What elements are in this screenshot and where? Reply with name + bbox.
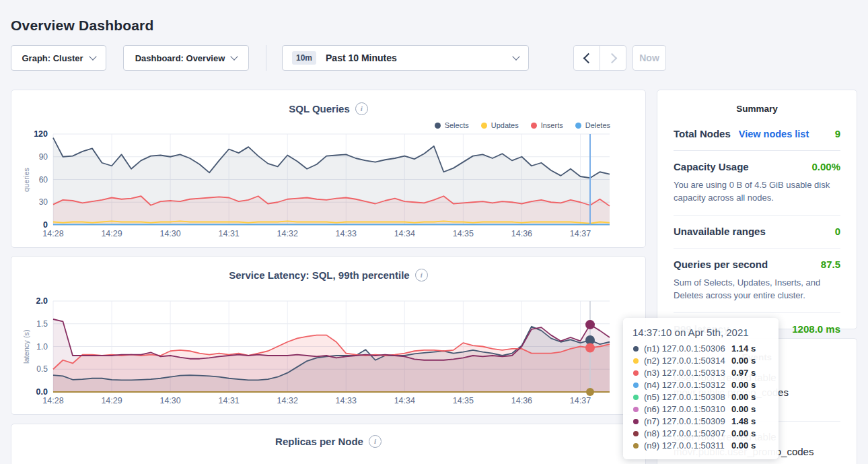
replicas-per-node-title: Replicas per Node i: [11, 435, 645, 448]
tooltip-node-row: (n5) 127.0.0.1:50308 0.00 s: [632, 391, 769, 403]
node-address: (n2) 127.0.0.1:50314: [644, 355, 725, 367]
chevron-down-icon: [89, 53, 96, 60]
node-color-dot: [633, 431, 639, 436]
node-color-dot: [633, 358, 639, 364]
x-tick-label: 14:32: [267, 396, 308, 405]
node-address: (n6) 127.0.0.1:50310: [644, 403, 725, 416]
node-color-dot: [633, 407, 639, 412]
node-latency-value: 1.48 s: [731, 416, 756, 428]
summary-label: Capacity Usage: [674, 161, 749, 172]
x-tick-label: 14:30: [150, 396, 190, 405]
summary-row-qps: Queries per second 87.5 Sum of Selects, …: [674, 248, 840, 313]
node-latency-value: 0.00 s: [731, 379, 756, 391]
chart-svg: [53, 134, 610, 225]
hover-marker: [585, 320, 595, 329]
chevron-down-icon: [231, 53, 238, 60]
summary-row-capacity: Capacity Usage 0.00% You are using 0 B o…: [674, 151, 840, 216]
info-icon[interactable]: i: [355, 102, 368, 115]
now-button[interactable]: Now: [632, 45, 666, 71]
time-range-label: Past 10 Minutes: [326, 53, 397, 63]
graph-dropdown[interactable]: Graph: Cluster: [11, 45, 106, 71]
node-color-dot: [633, 346, 639, 352]
node-address: (n5) 127.0.0.1:50308: [644, 391, 725, 403]
page-title: Overview Dashboard: [11, 18, 154, 34]
tooltip-node-row: (n4) 127.0.0.1:50312 0.00 s: [632, 379, 769, 391]
legend-item-inserts[interactable]: Inserts: [531, 121, 563, 129]
summary-description: You are using 0 B of 4.5 GiB usable disk…: [674, 178, 840, 204]
toolbar-divider: [266, 45, 266, 71]
x-tick-label: 14:36: [501, 229, 542, 238]
y-tick-label: 30: [20, 197, 48, 207]
legend-label: Selects: [445, 121, 469, 129]
node-latency-value: 0.00 s: [731, 440, 756, 452]
legend-dot: [531, 123, 537, 129]
node-latency-value: 0.00 s: [731, 403, 756, 416]
node-address: (n1) 127.0.0.1:50306: [644, 343, 725, 355]
time-nav-group: [573, 45, 626, 71]
tooltip-node-row: (n6) 127.0.0.1:50310 0.00 s: [632, 403, 769, 416]
node-address: (n4) 127.0.0.1:50312: [644, 379, 725, 391]
tooltip-node-row: (n9) 127.0.0.1:50311 0.00 s: [632, 440, 769, 452]
prev-range-button[interactable]: [574, 46, 600, 70]
tooltip-node-row: (n8) 127.0.0.1:50307 0.00 s: [632, 428, 769, 440]
service-latency-plot[interactable]: 14:2814:2914:3014:3114:3214:3314:3414:35…: [53, 301, 610, 393]
x-tick-label: 14:35: [443, 396, 483, 405]
x-tick-label: 14:32: [267, 229, 308, 238]
x-tick-label: 14:29: [92, 396, 132, 405]
legend-label: Inserts: [541, 121, 563, 129]
y-tick-label: 1.0: [20, 342, 48, 352]
node-color-dot: [633, 419, 639, 424]
info-icon[interactable]: i: [415, 269, 428, 281]
legend-label: Updates: [491, 121, 519, 129]
legend-item-deletes[interactable]: Deletes: [575, 121, 610, 129]
graph-dropdown-label: Graph: Cluster: [22, 53, 83, 63]
node-color-dot: [633, 443, 639, 449]
replicas-per-node-card: Replicas per Node i: [11, 424, 646, 464]
x-tick-label: 14:29: [92, 229, 132, 238]
node-address: (n3) 127.0.0.1:50313: [644, 367, 725, 379]
node-color-dot: [633, 383, 639, 388]
summary-label: Total Nodes: [674, 128, 731, 139]
view-nodes-list-link[interactable]: View nodes list: [739, 129, 809, 139]
x-tick-label: 14:34: [384, 396, 425, 405]
next-range-button[interactable]: [600, 46, 626, 70]
chevron-down-icon: [512, 53, 519, 60]
x-tick-label: 14:28: [33, 229, 73, 238]
service-latency-card: Service Latency: SQL, 99th percentile i …: [11, 256, 646, 415]
dashboard-dropdown-label: Dashboard: Overview: [135, 53, 225, 63]
summary-row-total-nodes: Total Nodes View nodes list 9: [674, 118, 840, 151]
y-tick-label: 0.5: [20, 364, 48, 374]
node-address: (n8) 127.0.0.1:50307: [644, 428, 725, 440]
summary-value: 1208.0 ms: [792, 323, 840, 335]
tooltip-node-row: (n7) 127.0.0.1:50309 1.48 s: [632, 416, 769, 428]
sql-queries-plot[interactable]: 14:2814:2914:3014:3114:3214:3314:3414:35…: [53, 134, 610, 226]
sql-queries-card: SQL Queries i Selects Updates Inserts De…: [11, 90, 646, 248]
summary-value: 0: [835, 226, 840, 237]
chart-hover-tooltip: 14:37:10 on Apr 5th, 2021 (n1) 127.0.0.1…: [623, 318, 779, 459]
summary-value: 9: [835, 128, 840, 139]
chart-title-text: Service Latency: SQL, 99th percentile: [229, 269, 409, 281]
node-color-dot: [633, 370, 639, 376]
node-color-dot: [633, 395, 639, 400]
chart-title-text: Replicas per Node: [275, 436, 363, 447]
node-latency-value: 0.97 s: [731, 367, 756, 379]
node-latency-value: 1.14 s: [731, 343, 756, 355]
legend-item-updates[interactable]: Updates: [481, 121, 519, 129]
x-tick-label: 14:31: [209, 229, 249, 238]
hover-marker: [585, 343, 595, 353]
x-tick-label: 14:33: [326, 396, 366, 405]
y-tick-label: 120: [20, 129, 48, 139]
dashboard-dropdown[interactable]: Dashboard: Overview: [123, 45, 249, 71]
info-icon[interactable]: i: [369, 435, 382, 448]
y-tick-label: 90: [20, 152, 48, 162]
x-tick-label: 14:31: [209, 396, 249, 405]
summary-label: Unavailable ranges: [674, 226, 766, 237]
y-tick-label: 0: [20, 220, 48, 230]
legend-dot: [435, 123, 441, 129]
tooltip-node-row: (n2) 127.0.0.1:50314 0.00 s: [632, 355, 769, 367]
y-tick-label: 2.0: [20, 296, 48, 306]
legend-dot: [481, 123, 487, 129]
chart-title-text: SQL Queries: [289, 103, 350, 114]
legend-item-selects[interactable]: Selects: [435, 121, 469, 129]
time-range-selector[interactable]: 10m Past 10 Minutes: [282, 45, 529, 71]
